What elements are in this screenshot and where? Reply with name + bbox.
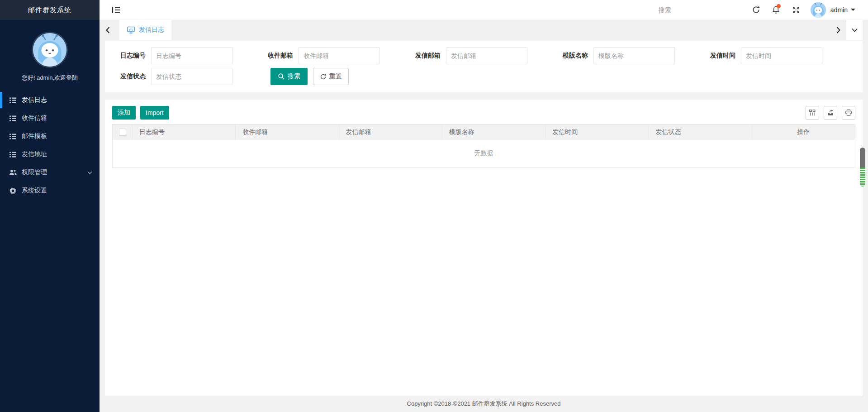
scrollbar-thumb-top [860,148,865,168]
search-button[interactable]: 搜索 [270,68,308,85]
tabbar: 发信日志 [100,20,868,40]
field-label: 发信时间 [702,52,741,60]
list-icon [9,133,17,140]
field-label: 收件邮箱 [260,52,299,60]
header-cell-sender-mailbox: 发信邮箱 [339,125,442,140]
header-cell-actions: 操作 [752,125,855,140]
user-menu[interactable]: admin [811,2,855,18]
add-button[interactable]: 添加 [112,106,136,120]
table-card: 添加 Import [105,100,863,396]
tabs-menu-button[interactable] [846,20,863,40]
scrollbar-thumb-stripes [860,168,865,187]
print-button[interactable] [842,106,855,120]
field-send-time: 发信时间 [702,47,849,64]
username-label: admin [830,6,848,14]
reset-button-label: 重置 [329,72,342,81]
import-button[interactable]: Import [140,106,169,120]
field-label: 发信邮箱 [407,52,446,60]
topbar: admin [100,0,868,20]
header-cell-log-id: 日志编号 [133,125,236,140]
print-icon [845,109,852,116]
export-button[interactable] [824,106,837,120]
field-label: 模版名称 [555,52,593,60]
refresh-icon[interactable] [746,0,766,20]
add-button-label: 添加 [118,109,130,117]
columns-filter-button[interactable] [806,106,819,120]
field-sender-mailbox: 发信邮箱 [407,47,555,64]
chevron-down-icon [87,171,92,174]
sidebar-item-send-log[interactable]: 发信日志 [0,91,100,109]
caret-down-icon [851,9,855,13]
sidebar-item-label: 权限管理 [22,168,47,177]
field-label: 发信状态 [112,72,151,81]
notification-badge [777,4,781,8]
sidebar-item-system-settings[interactable]: 系统设置 [0,182,100,200]
reset-refresh-icon [320,73,327,80]
tabs-scroll-left-button[interactable] [100,20,116,40]
sidebar-item-label: 发信地址 [22,150,47,158]
collapse-menu-icon[interactable] [111,5,121,14]
monitor-chart-icon [127,26,135,34]
gear-icon [9,187,17,195]
footer: Copyright ©2018-©2021 邮件群发系统 All Rights … [100,396,868,412]
list-icon [9,115,17,122]
field-recipient-mailbox: 收件邮箱 [260,47,407,64]
table-empty-message: 无数据 [113,140,855,167]
table-tool-icons [806,106,855,120]
filter-row-2: 发信状态 搜索 重置 [112,68,855,85]
field-send-status: 发信状态 [112,68,260,85]
search-button-label: 搜索 [288,72,300,81]
select-all-checkbox[interactable] [119,129,126,136]
fullscreen-icon[interactable] [786,0,806,20]
table-header-row: 日志编号 收件邮箱 发信邮箱 模版名称 发信时间 发信状态 操作 [113,125,855,140]
send-status-input[interactable] [151,68,232,85]
header-cell-send-time: 发信时间 [545,125,649,140]
sidebar-menu: 发信日志 收件信箱 邮件模板 发信地址 权限管理 [0,91,100,200]
field-label: 日志编号 [112,52,151,60]
sidebar-item-label: 系统设置 [22,187,47,195]
tabs-scroll-right-button[interactable] [830,20,846,40]
tab-send-log[interactable]: 发信日志 [119,20,171,40]
template-name-input[interactable] [593,47,675,64]
reset-button[interactable]: 重置 [313,68,349,85]
filter-form-card: 日志编号 收件邮箱 发信邮箱 模版名称 发信时间 [105,41,863,92]
search-input[interactable] [659,6,740,14]
user-avatar-small [811,2,826,18]
main-area: admin 发信日志 日志编号 [100,0,868,412]
sidebar-item-label: 邮件模板 [22,132,47,140]
sidebar-item-label: 收件信箱 [22,114,47,122]
card-gap [105,92,863,100]
welcome-text: 您好! admin,欢迎登陆 [0,74,100,82]
list-icon [9,96,17,104]
recipient-mailbox-input[interactable] [299,47,380,64]
table-toolbar: 添加 Import [112,106,855,120]
header-cell-send-status: 发信状态 [649,125,752,140]
scrollbar-thumb[interactable] [860,148,865,187]
sidebar-item-mail-template[interactable]: 邮件模板 [0,127,100,145]
users-icon [9,169,17,177]
app-title: 邮件群发系统 [0,0,100,20]
sidebar-item-inbox[interactable]: 收件信箱 [0,109,100,127]
header-cell-template-name: 模版名称 [442,125,545,140]
mascot-avatar-icon [33,33,66,67]
tab-label: 发信日志 [139,26,164,34]
copyright-text: Copyright ©2018-©2021 邮件群发系统 All Rights … [407,400,561,408]
data-table: 日志编号 收件邮箱 发信邮箱 模版名称 发信时间 发信状态 操作 无数据 [112,124,855,168]
field-log-id: 日志编号 [112,47,260,64]
user-avatar-large [32,32,68,68]
sidebar: 邮件群发系统 您好! admin,欢迎登陆 发信日志 [0,0,100,412]
list-icon [9,151,17,158]
sidebar-item-permissions[interactable]: 权限管理 [0,163,100,182]
sender-mailbox-input[interactable] [446,47,527,64]
magnifier-icon [278,73,285,80]
log-id-input[interactable] [151,47,232,64]
sidebar-item-send-address[interactable]: 发信地址 [0,145,100,163]
export-icon [827,109,834,116]
header-cell-checkbox [113,125,133,140]
field-template-name: 模版名称 [555,47,702,64]
columns-filter-icon [809,109,816,116]
filter-row-1: 日志编号 收件邮箱 发信邮箱 模版名称 发信时间 [112,47,855,64]
send-time-input[interactable] [741,47,822,64]
header-cell-recipient-mailbox: 收件邮箱 [236,125,339,140]
bell-icon[interactable] [766,0,786,20]
